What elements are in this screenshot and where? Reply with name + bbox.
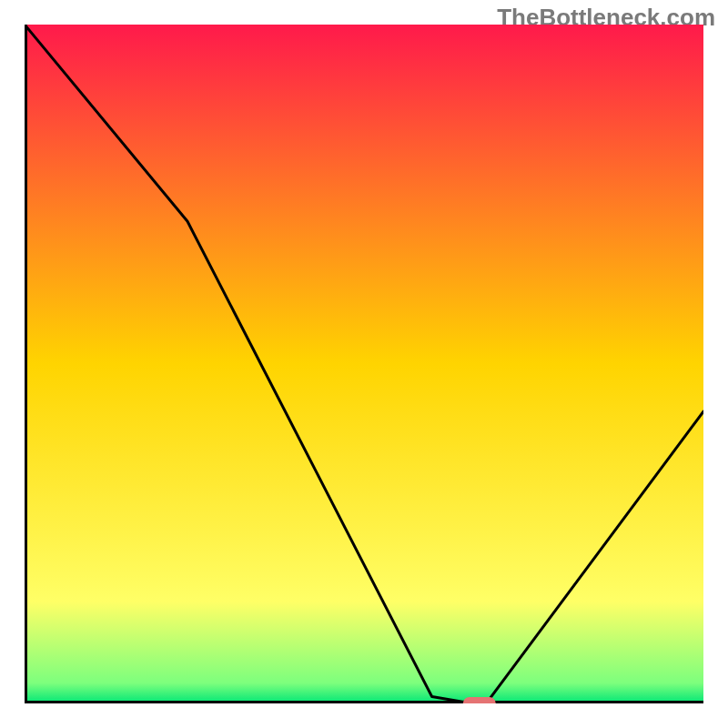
optimal-marker [463, 697, 496, 703]
gradient-background [25, 25, 703, 703]
chart-area [25, 25, 703, 703]
chart-svg [25, 25, 703, 703]
